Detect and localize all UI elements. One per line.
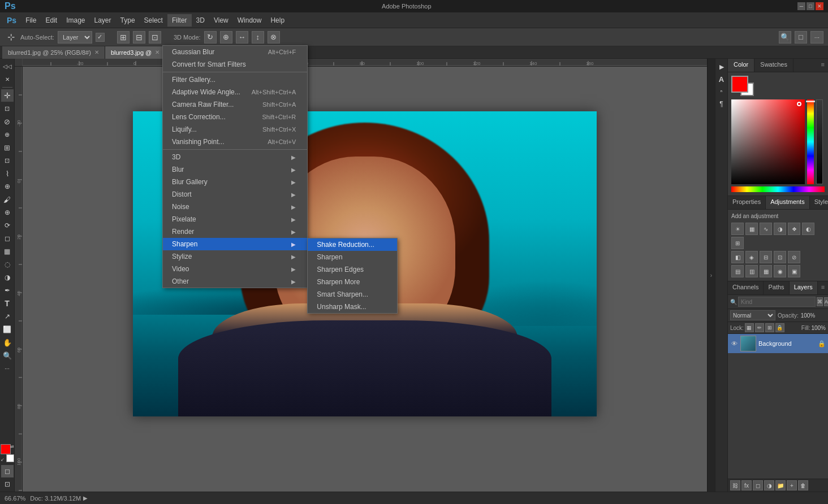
adj-bw-btn[interactable]: ◧ <box>731 251 744 263</box>
bg-swatch[interactable] <box>6 454 14 462</box>
menu-ps[interactable]: Ps <box>2 14 21 27</box>
menu-filter[interactable]: Filter <box>167 14 192 27</box>
lock-pixels-btn[interactable]: ▦ <box>745 323 754 332</box>
filter-lens-correction[interactable]: Lens Correction... Shift+Ctrl+R <box>163 111 307 123</box>
sharpen-smart[interactable]: Smart Sharpen... <box>308 288 397 301</box>
move-tool-icon[interactable]: ⊹ <box>5 31 17 44</box>
lock-position-btn[interactable]: ✏ <box>755 323 764 332</box>
blend-mode-select[interactable]: Normal Multiply Screen <box>730 310 775 320</box>
type-tool[interactable]: T <box>1 297 14 310</box>
close-btn[interactable]: ✕ <box>816 2 823 10</box>
filter-noise[interactable]: Noise ▶ <box>163 201 307 213</box>
sharpen-unsharp[interactable]: Unsharp Mask... <box>308 301 397 313</box>
fg-color-swatch[interactable] <box>731 76 748 93</box>
panel-collapse-strip[interactable]: › <box>707 59 715 492</box>
type-icon[interactable]: A <box>716 73 727 85</box>
adj-threshold-btn[interactable]: ▥ <box>745 265 758 277</box>
quick-mask-btn[interactable]: ◻ <box>1 465 14 477</box>
adj-levels-btn[interactable]: ▦ <box>745 223 758 235</box>
layers-filter-btn2[interactable]: A <box>824 297 828 306</box>
search-btn[interactable]: 🔍 <box>779 31 791 44</box>
filter-distort[interactable]: Distort ▶ <box>163 188 307 201</box>
sharpen-edges[interactable]: Sharpen Edges <box>308 263 397 276</box>
maximize-btn[interactable]: □ <box>807 2 814 10</box>
move-tool[interactable]: ✛ <box>1 89 14 102</box>
filter-sharpen[interactable]: Sharpen ▶ Shake Reduction... Sharpen Sha… <box>163 238 307 250</box>
align-left-btn[interactable]: ⊞ <box>117 31 130 44</box>
lock-all-btn[interactable]: 🔒 <box>775 323 784 332</box>
layer-background[interactable]: 👁 Background 🔒 <box>728 334 828 353</box>
blur-tool[interactable]: ◌ <box>1 258 14 271</box>
adj-colorlookup-btn[interactable]: ⊡ <box>774 251 786 263</box>
swap-colors-btn[interactable]: ⇄ <box>10 444 14 449</box>
link-layers-btn[interactable]: ⛓ <box>730 480 740 490</box>
hue-slider[interactable] <box>807 99 814 184</box>
delete-layer-btn[interactable]: 🗑 <box>798 480 808 490</box>
select-tool[interactable]: ⊡ <box>1 102 14 115</box>
adj-exposure-btn[interactable]: ◑ <box>774 223 786 235</box>
auto-select-dropdown[interactable]: Layer Group <box>58 31 92 44</box>
filter-camera-raw[interactable]: Camera Raw Filter... Shift+Ctrl+A <box>163 98 307 111</box>
3d-btn2[interactable]: ⊕ <box>220 31 232 44</box>
3d-btn5[interactable]: ⊗ <box>268 31 280 44</box>
adj-brightness-btn[interactable]: ☀ <box>731 223 744 235</box>
tab-blurred3[interactable]: blurred3.jpg @ ✕ <box>105 46 166 59</box>
tab-blurred3-close[interactable]: ✕ <box>155 49 159 55</box>
color-tab[interactable]: Color <box>728 59 754 72</box>
adj-vibrance-btn[interactable]: ❖ <box>788 223 800 235</box>
adj-curves-btn[interactable]: ∿ <box>760 223 772 235</box>
eyedropper-tool[interactable]: ⌇ <box>1 167 14 180</box>
options-checkbox[interactable]: ✓ <box>96 33 105 42</box>
menu-image[interactable]: Image <box>62 14 89 27</box>
tab-blurred1[interactable]: blurred1.jpg @ 25% (RGB/8#) ✕ <box>2 46 105 59</box>
clone-tool[interactable]: ⊕ <box>1 206 14 219</box>
styles-tab[interactable]: Styles <box>810 196 828 209</box>
adj-selective-btn[interactable]: ◉ <box>774 265 786 277</box>
crop-tool[interactable]: ⊞ <box>1 141 14 154</box>
menu-edit[interactable]: Edit <box>41 14 62 27</box>
adj-invert-btn[interactable]: ⊘ <box>788 251 800 263</box>
filter-video[interactable]: Video ▶ <box>163 263 307 275</box>
menu-layer[interactable]: Layer <box>90 14 116 27</box>
filter-blur[interactable]: Blur ▶ <box>163 163 307 176</box>
tab-blurred1-close[interactable]: ✕ <box>94 49 99 55</box>
layers-tab[interactable]: Layers <box>790 281 818 294</box>
add-mask-btn[interactable]: ◻ <box>753 480 763 490</box>
eraser-tool[interactable]: ◻ <box>1 232 14 245</box>
menu-help[interactable]: Help <box>266 14 289 27</box>
adj-colorbalance-btn[interactable]: ⊞ <box>731 237 744 249</box>
adj-hsl-btn[interactable]: ◐ <box>802 223 814 235</box>
shape-tool[interactable]: ⬜ <box>1 323 14 336</box>
filter-vanishing-point[interactable]: Vanishing Point... Alt+Ctrl+V <box>163 136 307 148</box>
new-group-btn[interactable]: 📁 <box>775 480 786 490</box>
new-layer-btn[interactable]: + <box>787 480 797 490</box>
filter-stylize[interactable]: Stylize ▶ <box>163 250 307 263</box>
paths-tab[interactable]: Paths <box>764 281 789 294</box>
adj-photofilter-btn[interactable]: ◈ <box>745 251 758 263</box>
adj-posterize-btn[interactable]: ▤ <box>731 265 744 277</box>
swatches-tab[interactable]: Swatches <box>754 59 794 72</box>
3d-btn3[interactable]: ↔ <box>236 31 248 44</box>
layer-visibility-toggle[interactable]: 👁 <box>730 340 738 347</box>
color-gradient-box[interactable] <box>731 99 805 184</box>
heal-tool[interactable]: ⊕ <box>1 180 14 193</box>
sharpen-more[interactable]: Sharpen More <box>308 276 397 288</box>
lasso-tool[interactable]: ⊘ <box>1 115 14 128</box>
frame-tool[interactable]: ⊡ <box>1 154 14 167</box>
fg-swatch[interactable] <box>1 444 11 454</box>
filter-pixelate[interactable]: Pixelate ▶ <box>163 213 307 225</box>
more-tools-btn[interactable]: ··· <box>1 362 14 375</box>
opacity-slider[interactable] <box>816 99 823 184</box>
layers-search-input[interactable] <box>738 297 816 307</box>
add-fill-btn[interactable]: ◑ <box>764 480 774 490</box>
filter-other[interactable]: Other ▶ <box>163 275 307 288</box>
minimize-btn[interactable]: ─ <box>797 2 805 10</box>
3d-btn4[interactable]: ↕ <box>252 31 264 44</box>
menu-view[interactable]: View <box>209 14 233 27</box>
quick-select-tool[interactable]: ⊕ <box>1 128 14 141</box>
align-right-btn[interactable]: ⊡ <box>149 31 161 44</box>
screen-mode-btn[interactable]: ⊡ <box>1 478 14 490</box>
adj-gradmap-btn[interactable]: ▦ <box>760 265 772 277</box>
paragraph-icon[interactable]: ¶ <box>716 98 727 110</box>
sharpen-shake-reduction[interactable]: Shake Reduction... <box>308 238 397 251</box>
